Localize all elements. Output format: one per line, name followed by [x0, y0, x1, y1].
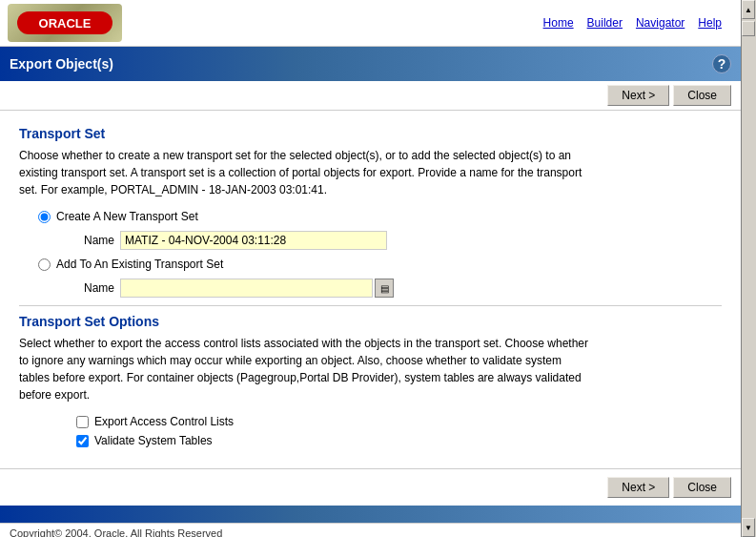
footer-copyright: Copyright© 2004, Oracle. All Rights Rese…	[0, 523, 741, 537]
page-title: Export Object(s)	[10, 56, 113, 72]
add-existing-label: Add To An Existing Transport Set	[56, 258, 223, 271]
existing-name-input[interactable]	[120, 279, 373, 298]
validate-tables-row: Validate System Tables	[76, 434, 722, 447]
builder-link[interactable]: Builder	[587, 16, 623, 30]
transport-set-description: Choose whether to create a new transport…	[19, 147, 591, 198]
home-link[interactable]: Home	[543, 16, 574, 30]
next-button-bottom[interactable]: Next >	[607, 477, 669, 498]
footer-bar	[0, 506, 741, 523]
oracle-logo: ORACLE	[8, 4, 122, 42]
browse-button[interactable]: ▤	[375, 279, 394, 298]
transport-set-title: Transport Set	[19, 126, 722, 141]
browse-icon: ▤	[380, 283, 389, 294]
existing-name-row: Name ▤	[76, 279, 722, 298]
scrollbar[interactable]: ▲ ▼	[741, 0, 756, 537]
existing-name-label: Name	[76, 281, 114, 295]
help-icon[interactable]: ?	[712, 54, 731, 73]
transport-set-options-description: Select whether to export the access cont…	[19, 335, 591, 403]
add-existing-radio-row: Add To An Existing Transport Set	[38, 258, 722, 271]
create-new-label: Create A New Transport Set	[56, 210, 198, 223]
transport-set-options-title: Transport Set Options	[19, 314, 722, 329]
navigator-link[interactable]: Navigator	[636, 16, 684, 30]
next-button-top[interactable]: Next >	[607, 85, 669, 106]
validate-tables-checkbox[interactable]	[76, 435, 89, 447]
new-name-label: Name	[76, 234, 114, 247]
create-new-radio[interactable]	[38, 211, 51, 223]
validate-tables-label[interactable]: Validate System Tables	[94, 434, 213, 447]
export-acl-row: Export Access Control Lists	[76, 415, 722, 428]
export-acl-label[interactable]: Export Access Control Lists	[94, 415, 234, 428]
help-link[interactable]: Help	[698, 16, 722, 30]
add-existing-radio[interactable]	[38, 258, 51, 271]
new-name-row: Name	[76, 231, 722, 250]
svg-text:ORACLE: ORACLE	[39, 16, 92, 31]
close-button-bottom[interactable]: Close	[673, 477, 731, 498]
new-name-input[interactable]	[120, 231, 387, 250]
export-acl-checkbox[interactable]	[76, 416, 89, 428]
close-button-top[interactable]: Close	[673, 85, 731, 106]
create-new-radio-row: Create A New Transport Set	[38, 210, 722, 223]
